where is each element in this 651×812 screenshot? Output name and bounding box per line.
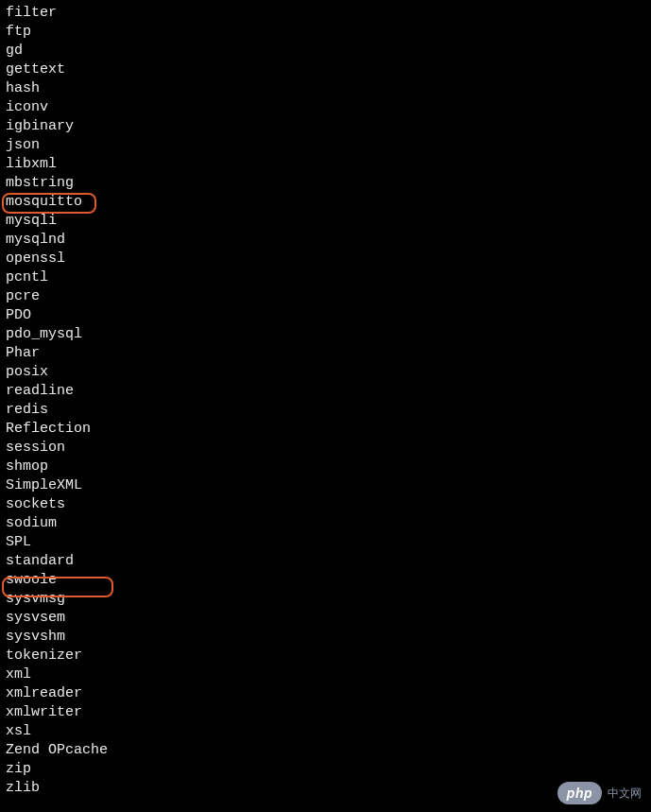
module-line: sockets: [6, 495, 645, 514]
module-line: PDO: [6, 306, 645, 325]
module-line: posix: [6, 363, 645, 382]
module-line: xml: [6, 665, 645, 684]
module-line: ftp: [6, 23, 645, 42]
module-line: filter: [6, 4, 645, 23]
module-line: pdo_mysql: [6, 325, 645, 344]
watermark: php 中文网: [557, 782, 642, 804]
module-line: SimpleXML: [6, 476, 645, 495]
module-line: SPL: [6, 533, 645, 552]
module-line: openssl: [6, 250, 645, 268]
module-line: hash: [6, 79, 645, 98]
module-line: sysvshm: [6, 628, 645, 647]
module-line: iconv: [6, 98, 645, 117]
module-line: standard: [6, 552, 645, 571]
module-line: readline: [6, 382, 645, 401]
module-line: sysvmsg: [6, 590, 645, 609]
module-line: mbstring: [6, 174, 645, 193]
module-line: sodium: [6, 514, 645, 533]
module-line: mosquitto: [6, 193, 645, 212]
module-line: shmop: [6, 458, 645, 476]
php-badge: php: [557, 782, 602, 804]
module-line: Reflection: [6, 420, 645, 439]
module-line: Zend OPcache: [6, 741, 645, 760]
module-line: zip: [6, 760, 645, 779]
module-line: session: [6, 439, 645, 458]
module-line: json: [6, 136, 645, 155]
module-line: mysqlnd: [6, 231, 645, 250]
module-line: xmlwriter: [6, 703, 645, 722]
module-line: pcre: [6, 287, 645, 306]
module-line: pcntl: [6, 268, 645, 287]
module-line: xmlreader: [6, 684, 645, 703]
module-line: Phar: [6, 344, 645, 363]
module-line: swoole: [6, 571, 645, 590]
module-line: zlib: [6, 779, 645, 798]
module-line: tokenizer: [6, 647, 645, 665]
module-line: redis: [6, 401, 645, 420]
module-line: gettext: [6, 60, 645, 79]
module-line: igbinary: [6, 117, 645, 136]
module-line: xsl: [6, 722, 645, 741]
module-line: sysvsem: [6, 609, 645, 628]
module-line: gd: [6, 42, 645, 60]
module-line: libxml: [6, 155, 645, 174]
terminal-output: filter ftp gd gettext hash iconv igbinar…: [0, 0, 651, 802]
module-line: mysqli: [6, 212, 645, 231]
watermark-text: 中文网: [608, 784, 642, 803]
